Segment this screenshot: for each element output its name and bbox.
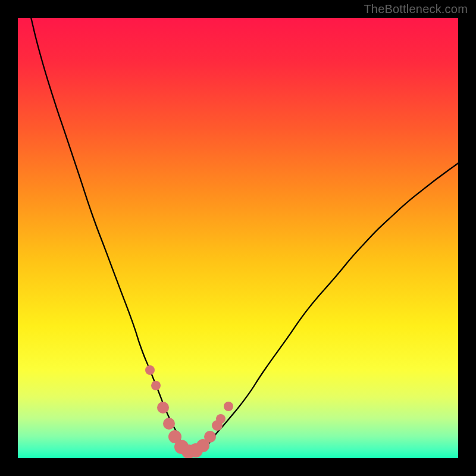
chart-container: TheBottleneck.com bbox=[0, 0, 476, 476]
curve-marker bbox=[216, 414, 226, 424]
bottleneck-curve bbox=[31, 18, 458, 452]
watermark-text: TheBottleneck.com bbox=[364, 2, 468, 16]
plot-area bbox=[18, 18, 458, 458]
curve-layer bbox=[18, 18, 458, 458]
curve-marker bbox=[151, 381, 161, 390]
curve-marker bbox=[204, 431, 216, 443]
curve-marker bbox=[163, 418, 175, 430]
curve-marker bbox=[145, 365, 155, 375]
curve-marker bbox=[224, 402, 233, 411]
curve-marker bbox=[157, 402, 169, 414]
